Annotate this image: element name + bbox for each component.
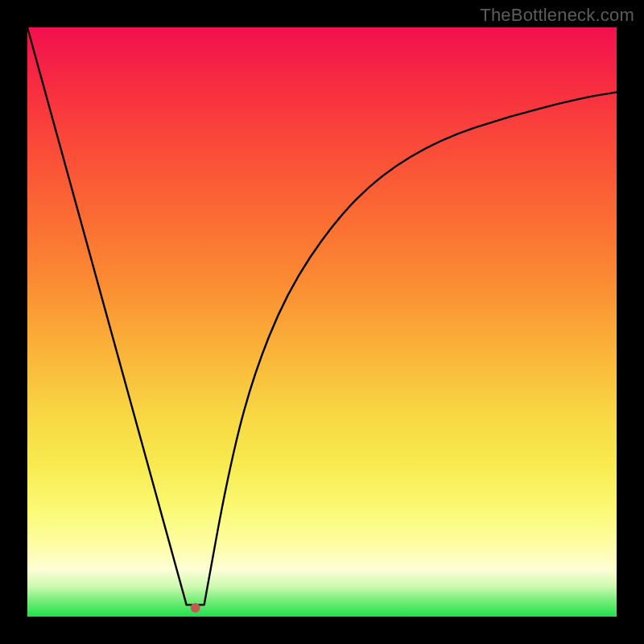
plot-area [27,27,617,617]
bottleneck-curve [27,27,617,605]
marker-dot [191,603,200,613]
curve-layer [27,27,617,617]
watermark: TheBottleneck.com [480,5,634,26]
chart-frame: TheBottleneck.com [0,0,644,644]
